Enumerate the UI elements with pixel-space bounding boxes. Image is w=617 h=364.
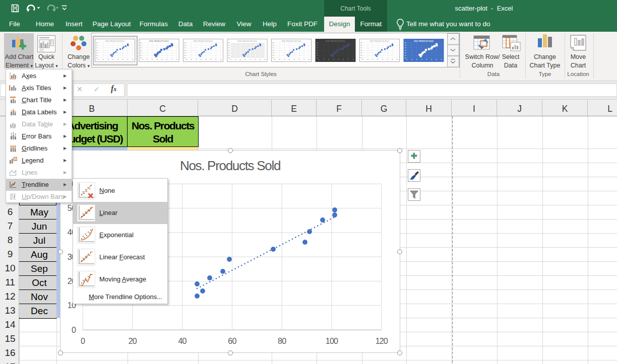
svg-text:NOS. PRODUCTS SOLD: NOS. PRODUCTS SOLD [194,40,213,42]
svg-text:NOS. PRODUCTS SOLD: NOS. PRODUCTS SOLD [105,40,125,42]
svg-text:NOS. PRODUCTS SOLD: NOS. PRODUCTS SOLD [326,40,345,42]
svg-text:NOS. PRODUCTS SOLD: NOS. PRODUCTS SOLD [237,40,257,42]
svg-text:0: 0 [72,326,76,334]
svg-text:0: 0 [81,337,85,345]
svg-text:60: 60 [228,337,236,345]
svg-text:NOS. PRODUCTS SOLD: NOS. PRODUCTS SOLD [282,40,301,42]
svg-text:100: 100 [326,337,338,345]
svg-text:NOS. PRODUCTS SOLD: NOS. PRODUCTS SOLD [370,40,390,42]
svg-text:40: 40 [178,337,187,345]
svg-text:NOS. PRODUCTS SOLD: NOS. PRODUCTS SOLD [414,40,434,42]
svg-text:NOS. PRODUCTS SOLD: NOS. PRODUCTS SOLD [149,40,169,42]
svg-text:80: 80 [278,337,286,345]
svg-text:20: 20 [129,337,137,345]
svg-text:120: 120 [376,337,388,345]
